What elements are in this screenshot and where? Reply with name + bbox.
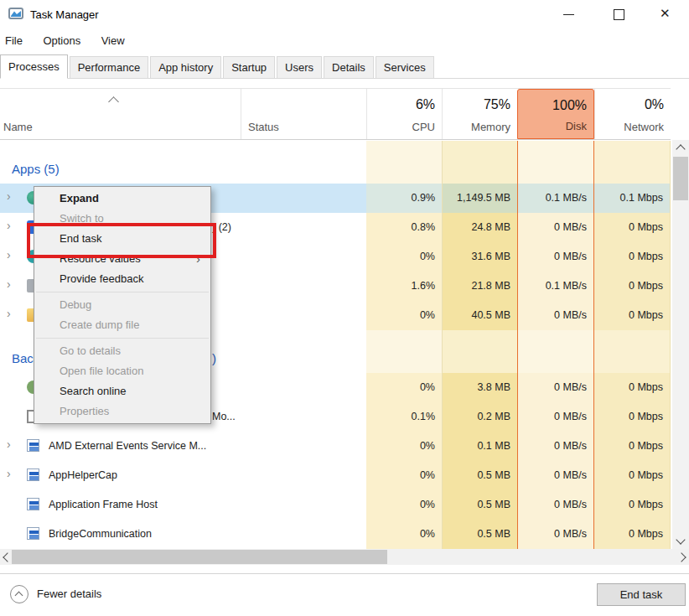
maximize-button[interactable]: [599, 0, 638, 25]
context-menu-item-label: Search online: [60, 385, 127, 397]
expand-chevron-icon[interactable]: ›: [7, 308, 11, 319]
memory-cell: 24.8 MB: [442, 213, 517, 242]
menu-item[interactable]: File: [0, 32, 31, 49]
usage-percent: 100%: [552, 98, 587, 113]
tab[interactable]: Processes: [0, 54, 68, 79]
network-cell: 0.1 Mbps: [594, 184, 671, 213]
table-row[interactable]: Application Frame Host 0% 0.5 MB 0 MB/s …: [0, 490, 671, 520]
column-header-status[interactable]: Status: [248, 121, 279, 133]
menu-item[interactable]: View: [93, 32, 133, 49]
name-cell: › AppHelperCap: [0, 461, 366, 490]
expand-chevron-icon[interactable]: ›: [7, 278, 11, 290]
expand-chevron-icon[interactable]: ›: [7, 468, 11, 479]
tab[interactable]: Services: [376, 56, 434, 79]
disk-cell: 0 MB/s: [517, 461, 594, 490]
usage-label: Memory: [471, 121, 510, 133]
column-header-usage[interactable]: 0% Network: [594, 89, 671, 139]
column-header-usage[interactable]: 75% Memory: [442, 89, 517, 139]
disk-cell: 0 MB/s: [517, 213, 594, 242]
sort-ascending-icon: [108, 96, 119, 107]
name-cell: BridgeCommunication: [0, 520, 366, 549]
memory-cell: 40.5 MB: [442, 301, 517, 330]
table-row[interactable]: BridgeCommunication 0% 0.5 MB 0 MB/s 0 M…: [0, 520, 671, 549]
context-menu-item-label: Create dump file: [60, 318, 139, 331]
status-bar: Fewer details End task: [0, 573, 689, 616]
memory-cell: 0.5 MB: [442, 490, 517, 520]
expand-chevron-icon[interactable]: ›: [7, 190, 11, 202]
tab[interactable]: Details: [324, 56, 374, 79]
usage-label: Disk: [566, 120, 587, 132]
network-cell: 0 Mbps: [594, 520, 671, 549]
column-header-usage[interactable]: 6% CPU: [366, 89, 442, 139]
tab[interactable]: Users: [277, 56, 322, 79]
title-bar: Task Manager ✕: [0, 0, 689, 28]
group-label-tail: ): [212, 351, 216, 365]
memory-cell: 0.1 MB: [442, 432, 517, 461]
menu-item[interactable]: Options: [34, 32, 89, 49]
cpu-cell: [366, 141, 442, 184]
memory-cell: 0.5 MB: [442, 520, 517, 549]
horizontal-scrollbar[interactable]: [0, 549, 689, 565]
cpu-cell: 0%: [366, 461, 442, 490]
process-name: Mo...: [212, 411, 236, 422]
group-header-row[interactable]: Apps (5): [0, 141, 671, 184]
window-title: Task Manager: [30, 8, 99, 21]
table-row[interactable]: › AppHelperCap 0% 0.5 MB 0 MB/s 0 Mbps: [0, 461, 671, 490]
context-menu-item[interactable]: Provide feedback: [34, 269, 210, 289]
end-task-button[interactable]: End task: [597, 583, 686, 606]
memory-cell: 3.8 MB: [442, 373, 517, 402]
context-menu-item: Go to details: [34, 341, 210, 361]
column-header-name[interactable]: Name: [3, 121, 33, 133]
horizontal-scrollbar-thumb[interactable]: [12, 550, 387, 564]
scroll-left-icon[interactable]: [3, 552, 12, 562]
minimize-button[interactable]: [549, 0, 588, 25]
close-icon: ✕: [660, 6, 671, 21]
column-divider: [241, 89, 241, 139]
task-manager-icon: [8, 8, 23, 24]
context-menu-item-label: Go to details: [60, 344, 121, 357]
context-menu-item: [36, 338, 209, 339]
expand-chevron-icon[interactable]: ›: [7, 220, 11, 231]
network-cell: 0 Mbps: [594, 432, 671, 461]
disk-cell: 0.1 MB/s: [517, 272, 594, 301]
network-cell: 0 Mbps: [594, 461, 671, 490]
context-menu-item: Debug: [34, 295, 210, 315]
memory-cell: [442, 141, 517, 184]
memory-cell: 21.8 MB: [442, 272, 517, 301]
expand-chevron-icon[interactable]: ›: [7, 249, 11, 261]
cpu-cell: 0%: [366, 520, 442, 549]
process-name: AppHelperCap: [49, 469, 117, 481]
group-label: Apps (5): [12, 162, 60, 176]
network-cell: [594, 141, 671, 184]
disk-cell: 0 MB/s: [517, 301, 594, 330]
network-cell: [594, 330, 671, 373]
memory-cell: [442, 330, 517, 373]
disk-cell: 0 MB/s: [517, 242, 594, 272]
name-cell: Application Frame Host: [0, 490, 366, 520]
cpu-cell: 1.6%: [366, 272, 442, 301]
tab[interactable]: App history: [150, 56, 221, 79]
close-button[interactable]: ✕: [648, 0, 686, 25]
fewer-details-label: Fewer details: [37, 588, 101, 600]
tab[interactable]: Startup: [223, 56, 275, 79]
tab[interactable]: Performance: [70, 56, 148, 79]
expand-chevron-icon[interactable]: ›: [7, 438, 11, 450]
scroll-up-icon[interactable]: [676, 144, 685, 153]
context-menu-item[interactable]: Expand: [34, 189, 210, 209]
scroll-right-icon[interactable]: [676, 552, 686, 562]
disk-cell: 0 MB/s: [517, 490, 594, 520]
cpu-cell: 0.8%: [366, 213, 442, 242]
table-row[interactable]: › AMD External Events Service M... 0% 0.…: [0, 432, 671, 461]
vertical-scrollbar-thumb[interactable]: [673, 157, 688, 200]
cpu-cell: 0%: [366, 490, 442, 520]
network-cell: 0 Mbps: [594, 301, 671, 330]
context-menu-item[interactable]: Search online: [34, 381, 210, 401]
column-header-usage[interactable]: 100% Disk: [517, 89, 594, 139]
cpu-cell: 0%: [366, 432, 442, 461]
usage-label: Network: [624, 121, 664, 133]
disk-cell: 0 MB/s: [517, 373, 594, 402]
scroll-down-icon[interactable]: [676, 535, 685, 544]
group-name-cell: Apps (5): [0, 141, 366, 184]
vertical-scrollbar[interactable]: [672, 140, 689, 549]
usage-label: CPU: [412, 121, 435, 133]
